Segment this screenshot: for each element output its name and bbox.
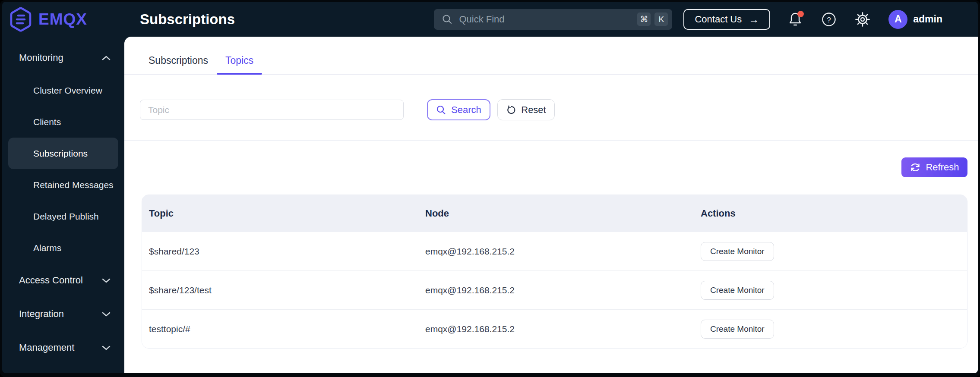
refresh-button[interactable]: Refresh [901, 157, 967, 177]
top-bar: EMQX Subscriptions ⌘ K Contact Us [2, 2, 978, 37]
cell-topic: $share/123/test [142, 285, 425, 295]
create-monitor-button[interactable]: Create Monitor [701, 320, 774, 339]
emqx-hexagon-icon [9, 7, 32, 32]
sidebar-group-monitoring[interactable]: Monitoring [2, 41, 124, 75]
sidebar-item-label: Clients [33, 117, 61, 127]
avatar[interactable]: A [888, 10, 907, 29]
sidebar-group-integration[interactable]: Integration [2, 297, 124, 331]
topics-table: Topic Node Actions $shared/123 emqx@192.… [142, 195, 967, 349]
contact-us-label: Contact Us [695, 14, 742, 25]
gear-icon [854, 11, 871, 28]
contact-us-button[interactable]: Contact Us → [683, 9, 770, 30]
sidebar-item-subscriptions[interactable]: Subscriptions [8, 138, 118, 169]
sidebar-item-label: Cluster Overview [33, 85, 102, 96]
notifications-button[interactable] [787, 11, 804, 28]
search-button[interactable]: Search [427, 99, 490, 120]
column-header-topic: Topic [142, 208, 425, 219]
reset-button[interactable]: Reset [497, 99, 555, 120]
table-header-row: Topic Node Actions [142, 195, 967, 232]
emqx-logo-text: EMQX [38, 10, 87, 28]
sidebar-item-alarms[interactable]: Alarms [8, 232, 118, 264]
app-window: EMQX Subscriptions ⌘ K Contact Us [0, 0, 980, 377]
quick-find-input[interactable] [459, 14, 637, 25]
tab-bar: Subscriptions Topics [124, 37, 978, 75]
chevron-down-icon [102, 312, 111, 317]
sidebar-item-retained-messages[interactable]: Retained Messages [8, 169, 118, 201]
search-icon [442, 14, 453, 25]
create-monitor-button[interactable]: Create Monitor [701, 242, 774, 261]
reset-icon [506, 105, 516, 115]
user-name[interactable]: admin [913, 13, 942, 25]
brand-logo[interactable]: EMQX [2, 7, 124, 32]
tab-label: Subscriptions [149, 55, 208, 66]
tab-topics[interactable]: Topics [217, 37, 262, 74]
sidebar-item-delayed-publish[interactable]: Delayed Publish [8, 201, 118, 232]
cell-topic: testtopic/# [142, 324, 425, 334]
arrow-right-icon: → [749, 14, 759, 25]
create-monitor-button[interactable]: Create Monitor [701, 281, 774, 300]
chevron-up-icon [102, 56, 111, 60]
shortcut-keys: ⌘ K [637, 13, 668, 26]
settings-button[interactable] [854, 11, 871, 28]
tab-label: Topics [225, 55, 253, 66]
cell-actions: Create Monitor [701, 320, 967, 339]
column-header-node: Node [425, 208, 701, 219]
sidebar-group-label: Integration [19, 308, 64, 320]
topic-filter-input[interactable] [140, 100, 404, 120]
svg-text:?: ? [827, 16, 831, 24]
cell-actions: Create Monitor [701, 242, 967, 261]
sidebar-item-label: Delayed Publish [33, 211, 99, 222]
tab-subscriptions[interactable]: Subscriptions [140, 37, 217, 74]
table-row: testtopic/# emqx@192.168.215.2 Create Mo… [142, 309, 967, 348]
cell-node: emqx@192.168.215.2 [425, 285, 701, 295]
page-title: Subscriptions [140, 11, 235, 28]
quick-find-bar[interactable]: ⌘ K [434, 9, 672, 30]
emqx-dashboard: EMQX Subscriptions ⌘ K Contact Us [2, 2, 978, 373]
table-toolbar: Refresh [124, 141, 978, 177]
sidebar-item-clients[interactable]: Clients [8, 106, 118, 138]
sidebar-item-label: Subscriptions [33, 148, 88, 159]
sidebar-item-label: Alarms [33, 243, 61, 253]
sidebar-item-cluster-overview[interactable]: Cluster Overview [8, 75, 118, 106]
notification-dot [797, 11, 804, 17]
question-circle-icon: ? [821, 12, 837, 27]
cell-node: emqx@192.168.215.2 [425, 324, 701, 334]
cell-actions: Create Monitor [701, 281, 967, 300]
sidebar-group-label: Access Control [19, 275, 83, 286]
cell-topic: $shared/123 [142, 246, 425, 257]
sidebar-group-access-control[interactable]: Access Control [2, 264, 124, 297]
sidebar-item-label: Retained Messages [33, 180, 114, 190]
main-content: Subscriptions Topics [124, 37, 978, 373]
cell-node: emqx@192.168.215.2 [425, 246, 701, 257]
filter-section: Search Reset [124, 75, 978, 141]
sidebar-group-label: Management [19, 342, 74, 353]
chevron-down-icon [102, 346, 111, 350]
table-row: $share/123/test emqx@192.168.215.2 Creat… [142, 270, 967, 309]
chevron-down-icon [102, 278, 111, 283]
search-icon [436, 105, 446, 115]
sidebar-group-management[interactable]: Management [2, 331, 124, 364]
k-key-badge: K [654, 13, 668, 26]
body-row: Monitoring Cluster Overview Clients Subs… [2, 37, 978, 373]
reset-button-label: Reset [521, 104, 546, 116]
sidebar-group-label: Monitoring [19, 52, 63, 63]
column-header-actions: Actions [701, 208, 967, 219]
table-row: $shared/123 emqx@192.168.215.2 Create Mo… [142, 232, 967, 270]
help-button[interactable]: ? [820, 11, 838, 28]
refresh-icon [910, 162, 921, 173]
refresh-button-label: Refresh [926, 162, 959, 173]
search-button-label: Search [451, 104, 481, 116]
command-key-badge: ⌘ [637, 13, 651, 26]
sidebar: Monitoring Cluster Overview Clients Subs… [2, 37, 124, 373]
